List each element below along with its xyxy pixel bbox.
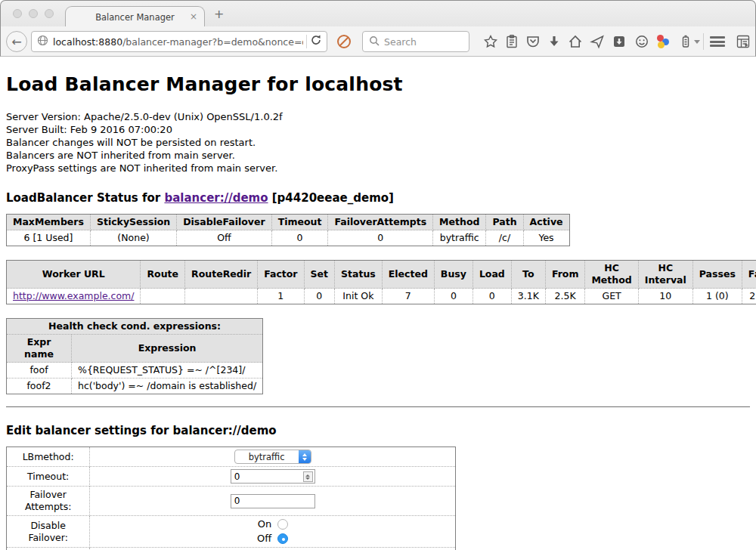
send-tab-icon[interactable] xyxy=(590,34,605,49)
table-header-cell: DisableFailover xyxy=(177,215,271,230)
expr-name-cell: foof xyxy=(7,363,72,379)
expression-cell: %{REQUEST_STATUS} =~ /^[234]/ xyxy=(72,363,263,379)
table-cell: 1 xyxy=(258,289,304,304)
table-header-cell: From xyxy=(545,261,585,289)
timeout-label: Timeout: xyxy=(7,467,90,487)
server-built-line: Server Built: Feb 9 2016 07:00:20 xyxy=(6,123,750,136)
pocket-icon[interactable] xyxy=(525,34,541,49)
url-bar[interactable]: localhost:8880/balancer-manager?b=demo&n… xyxy=(31,31,327,52)
table-cell: Yes xyxy=(523,230,569,246)
back-button[interactable]: ← xyxy=(6,31,27,52)
minimize-window-button[interactable] xyxy=(29,9,38,18)
table-header-cell: To xyxy=(511,261,545,289)
search-icon xyxy=(369,35,380,49)
globe-icon xyxy=(37,35,48,49)
worker-url-link[interactable]: http://www.example.com/ xyxy=(13,290,134,301)
table-cell: (None) xyxy=(90,230,176,246)
server-version-line: Server Version: Apache/2.5.0-dev (Unix) … xyxy=(6,110,750,123)
radio-off-label: Off xyxy=(257,533,271,545)
zoom-window-button[interactable] xyxy=(45,9,54,18)
star-icon[interactable] xyxy=(483,34,498,49)
tab-balancer-manager[interactable]: Balancer Manager × xyxy=(65,6,205,27)
number-spinner-icon[interactable] xyxy=(303,471,313,482)
url-text: localhost:8880/balancer-manager?b=demo&n… xyxy=(53,36,303,48)
table-cell: 6 [1 Used] xyxy=(7,230,91,246)
battery-icon[interactable] xyxy=(678,34,693,49)
colors-icon[interactable] xyxy=(655,34,671,49)
table-cell: 0 xyxy=(271,230,328,246)
table-cell: 10 xyxy=(638,289,692,304)
table-cell: 7 xyxy=(382,289,434,304)
new-tab-button[interactable]: + xyxy=(214,8,224,20)
downloads-icon[interactable] xyxy=(547,34,562,49)
home-icon[interactable] xyxy=(568,34,583,49)
section-divider xyxy=(6,406,750,407)
table-header-cell: Passes xyxy=(692,261,742,289)
health-row-foof: foof %{REQUEST_STATUS} =~ /^[234]/ xyxy=(7,363,263,379)
browser-window: Balancer Manager × + ← localhost:8880/ba… xyxy=(0,0,756,550)
inherit-note-line: Balancers are NOT inherited from main se… xyxy=(6,149,750,162)
table-header-cell: Elected xyxy=(382,261,434,289)
blocked-icon[interactable] xyxy=(336,34,352,52)
health-check-table: Health check cond. expressions: Expr nam… xyxy=(6,318,263,394)
urlbar-separator xyxy=(306,35,307,48)
close-window-button[interactable] xyxy=(13,9,22,18)
disable-failover-label: Disable Failover: xyxy=(7,516,90,548)
table-header-cell: Timeout xyxy=(271,215,328,230)
table-header-cell: Factor xyxy=(258,261,304,289)
tab-close-icon[interactable]: × xyxy=(190,11,197,22)
failover-attempts-label: Failover Attempts: xyxy=(7,487,90,516)
disable-failover-cell: On Off xyxy=(90,516,456,548)
radio-off[interactable] xyxy=(277,533,288,544)
page-tools-icon[interactable] xyxy=(736,34,751,49)
page-content: Load Balancer Manager for localhost Serv… xyxy=(0,57,756,550)
table-header-cell: Active xyxy=(523,215,569,230)
table-header-cell: Status xyxy=(335,261,383,289)
url-domain: localhost:8880 xyxy=(53,36,122,48)
url-path: /balancer-manager?b=demo&nonce=decc37be-… xyxy=(122,36,303,48)
menu-icon[interactable] xyxy=(710,36,725,47)
table-cell: 0 xyxy=(472,289,511,304)
table-header-cell: Set xyxy=(304,261,334,289)
table-header-cell: FailoverAttempts xyxy=(328,215,433,230)
table-cell xyxy=(141,289,185,304)
lbmethod-select[interactable]: bytraffic xyxy=(234,450,311,464)
table-header-cell: Busy xyxy=(434,261,472,289)
status-heading-prefix: LoadBalancer Status for xyxy=(6,191,164,205)
table-cell: 0 xyxy=(304,289,334,304)
expression-cell: hc('body') =~ /domain is established/ xyxy=(72,379,263,394)
failover-attempts-row: Failover Attempts: xyxy=(7,487,456,516)
radio-on[interactable] xyxy=(277,519,288,530)
balancer-value-row: 6 [1 Used](None)Off00bytraffic/c/Yes xyxy=(7,230,570,246)
table-cell: 3.1K xyxy=(511,289,545,304)
feedback-smiley-icon[interactable] xyxy=(634,34,649,49)
table-cell: /c/ xyxy=(486,230,523,246)
radio-on-label: On xyxy=(257,518,271,530)
lbmethod-cell: bytraffic xyxy=(90,447,456,467)
panel-download-icon[interactable] xyxy=(612,34,627,49)
worker-value-row: http://www.example.com/ 10Init Ok7003.1K… xyxy=(7,289,756,304)
lbmethod-selected-value: bytraffic xyxy=(235,451,299,463)
table-cell: 2 (0) xyxy=(742,289,756,304)
timeout-cell xyxy=(90,467,456,487)
edit-settings-heading: Edit balancer settings for balancer://de… xyxy=(6,424,750,437)
clipboard-icon[interactable] xyxy=(504,34,519,49)
balancer-status-table: MaxMembersStickySessionDisableFailoverTi… xyxy=(6,214,570,246)
worker-header-row: Worker URLRouteRouteRedirFactorSetStatus… xyxy=(7,261,756,289)
balancer-header-row: MaxMembersStickySessionDisableFailoverTi… xyxy=(7,215,570,230)
status-heading: LoadBalancer Status for balancer://demo … xyxy=(6,191,750,205)
balancer-demo-link[interactable]: balancer://demo xyxy=(164,191,268,205)
search-input[interactable]: Search xyxy=(362,31,469,52)
expression-header: Expression xyxy=(72,335,263,363)
failover-attempts-input[interactable] xyxy=(231,494,315,508)
health-row-foof2: foof2 hc('body') =~ /domain is establish… xyxy=(7,379,263,394)
proxypass-note-line: ProxyPass settings are NOT inherited fro… xyxy=(6,162,750,175)
reload-icon[interactable] xyxy=(310,34,322,49)
table-header-cell: Load xyxy=(472,261,511,289)
table-cell: 0 xyxy=(328,230,433,246)
dropdown-caret-icon[interactable] xyxy=(694,40,700,44)
table-cell: 2.5K xyxy=(545,289,585,304)
health-header-row: Expr name Expression xyxy=(7,335,263,363)
failover-attempts-cell xyxy=(90,487,456,516)
persist-note-line: Balancer changes will NOT be persisted o… xyxy=(6,136,750,149)
